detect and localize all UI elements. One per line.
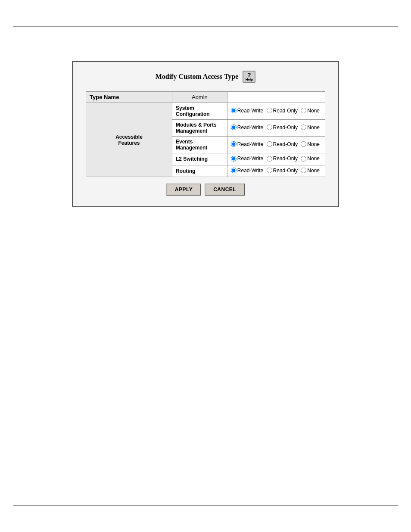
button-row: APPLY CANCEL	[86, 184, 325, 196]
feature-label-l2-switching: L2 Switching	[172, 153, 227, 165]
access-cell-modules-ports: Read-Write Read-Only None	[227, 120, 325, 137]
apply-button[interactable]: APPLY	[166, 184, 201, 196]
radio-none-events-mgmt[interactable]	[301, 141, 306, 147]
radio-rw-system-config[interactable]	[231, 108, 237, 113]
radio-none-routing[interactable]	[301, 168, 306, 173]
table-row: AccessibleFeatures System Configuration …	[86, 103, 325, 120]
radio-rw-events-mgmt[interactable]	[231, 141, 237, 147]
dialog-title-row: Modify Custom Access Type ? Help	[86, 71, 325, 83]
cancel-button[interactable]: CANCEL	[205, 184, 245, 196]
page-content: Modify Custom Access Type ? Help Type Na…	[0, 27, 411, 242]
radio-ro-l2-switching[interactable]	[267, 156, 272, 162]
radio-ro-system-config[interactable]	[267, 108, 272, 113]
radio-none-l2-switching[interactable]	[301, 156, 306, 162]
radio-label-ro-events-mgmt[interactable]: Read-Only	[267, 141, 298, 147]
radio-rw-modules-ports[interactable]	[231, 124, 237, 130]
dialog-title: Modify Custom Access Type	[156, 73, 239, 81]
accessible-features-label: AccessibleFeatures	[86, 103, 172, 177]
type-name-value: Admin	[172, 92, 227, 103]
radio-none-system-config[interactable]	[301, 108, 306, 113]
radio-label-ro-l2-switching[interactable]: Read-Only	[267, 156, 298, 162]
feature-label-events-mgmt: Events Management	[172, 137, 227, 153]
radio-label-ro-system-config[interactable]: Read-Only	[267, 108, 298, 114]
radio-label-rw-routing[interactable]: Read-Write	[231, 168, 263, 174]
help-icon-q: ?	[247, 72, 251, 78]
access-cell-routing: Read-Write Read-Only None	[227, 165, 325, 177]
access-cell-system-config: Read-Write Read-Only None	[227, 103, 325, 120]
access-cell-events-mgmt: Read-Write Read-Only None	[227, 137, 325, 153]
radio-ro-events-mgmt[interactable]	[267, 141, 272, 147]
radio-label-ro-routing[interactable]: Read-Only	[267, 168, 298, 174]
help-icon-label: Help	[246, 78, 253, 81]
feature-label-system-config: System Configuration	[172, 103, 227, 120]
radio-none-modules-ports[interactable]	[301, 124, 306, 130]
type-name-label: Type Name	[86, 92, 172, 103]
radio-rw-routing[interactable]	[231, 168, 237, 173]
help-button[interactable]: ? Help	[243, 71, 255, 83]
access-cell-l2-switching: Read-Write Read-Only None	[227, 153, 325, 165]
radio-label-none-routing[interactable]: None	[301, 168, 320, 174]
radio-label-rw-modules-ports[interactable]: Read-Write	[231, 124, 263, 131]
radio-label-rw-events-mgmt[interactable]: Read-Write	[231, 141, 263, 147]
radio-label-none-l2-switching[interactable]: None	[301, 156, 320, 162]
table-header-row: Type Name Admin	[86, 92, 325, 103]
radio-rw-l2-switching[interactable]	[231, 156, 237, 162]
radio-ro-modules-ports[interactable]	[267, 124, 272, 130]
radio-label-none-system-config[interactable]: None	[301, 108, 320, 114]
dialog-box: Modify Custom Access Type ? Help Type Na…	[72, 61, 339, 207]
radio-ro-routing[interactable]	[267, 168, 272, 173]
radio-label-rw-l2-switching[interactable]: Read-Write	[231, 156, 263, 162]
radio-label-ro-modules-ports[interactable]: Read-Only	[267, 124, 298, 131]
radio-label-none-events-mgmt[interactable]: None	[301, 141, 320, 147]
feature-label-routing: Routing	[172, 165, 227, 177]
radio-label-none-modules-ports[interactable]: None	[301, 124, 320, 131]
bottom-divider	[13, 505, 398, 506]
radio-label-rw-system-config[interactable]: Read-Write	[231, 108, 263, 114]
feature-label-modules-ports: Modules & Ports Management	[172, 120, 227, 137]
main-table: Type Name Admin AccessibleFeatures Syste…	[86, 91, 325, 177]
